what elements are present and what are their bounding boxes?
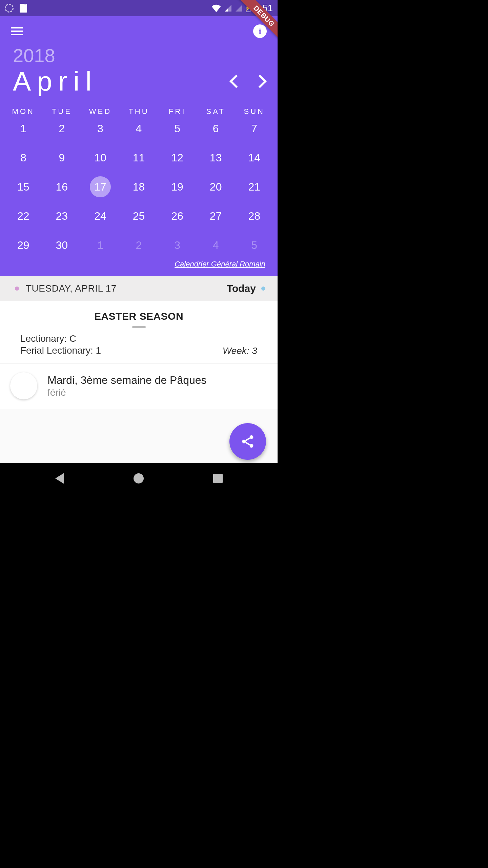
month-row: April xyxy=(0,65,278,100)
today-dot-icon xyxy=(261,287,265,291)
day-cell[interactable]: 7 xyxy=(235,119,273,138)
month-nav xyxy=(231,77,265,86)
season-title: EASTER SEASON xyxy=(0,311,278,322)
weekday-mon: MON xyxy=(4,107,43,116)
prev-month-button[interactable] xyxy=(229,75,243,88)
wifi-icon xyxy=(211,4,221,12)
signal-empty-icon xyxy=(235,4,243,12)
day-cell[interactable]: 25 xyxy=(120,206,158,226)
weekday-wed: WED xyxy=(81,107,120,116)
lectionary-row: Lectionary: C Ferial Lectionary: 1 Week:… xyxy=(0,331,278,363)
calendar-header: i 2018 April MONTUEWEDTHUFRISATSUN 12345… xyxy=(0,16,278,276)
day-cell[interactable]: 9 xyxy=(43,148,81,167)
toolbar: i xyxy=(0,16,278,46)
event-text: Mardi, 3ème semaine de Pâques férié xyxy=(47,374,207,398)
month-label: April xyxy=(13,65,98,98)
home-button[interactable] xyxy=(134,473,144,484)
selected-date-label: TUESDAY, APRIL 17 xyxy=(26,283,117,294)
calendar-link-row: Calendrier Général Romain xyxy=(0,258,278,272)
day-cell[interactable]: 1 xyxy=(81,235,120,255)
signal-half-icon xyxy=(224,4,232,12)
day-cell[interactable]: 6 xyxy=(197,119,235,138)
day-cell[interactable]: 4 xyxy=(120,119,158,138)
weekday-fri: FRI xyxy=(158,107,197,116)
lectionary-label: Lectionary: C xyxy=(20,333,101,344)
svg-point-0 xyxy=(250,435,253,439)
day-cell[interactable]: 28 xyxy=(235,206,273,226)
event-title: Mardi, 3ème semaine de Pâques xyxy=(47,374,207,387)
menu-icon[interactable] xyxy=(11,27,23,35)
today-button[interactable]: Today xyxy=(227,283,265,294)
status-left xyxy=(5,4,27,13)
selected-dot-icon xyxy=(15,287,19,291)
day-cell[interactable]: 30 xyxy=(43,235,81,255)
day-cell[interactable]: 11 xyxy=(120,148,158,167)
day-cell[interactable]: 27 xyxy=(197,206,235,226)
calendar-source-link[interactable]: Calendrier Général Romain xyxy=(175,260,265,268)
day-cell[interactable]: 26 xyxy=(158,206,197,226)
content: EASTER SEASON Lectionary: C Ferial Lecti… xyxy=(0,301,278,410)
day-cell[interactable]: 20 xyxy=(197,177,235,197)
day-cell[interactable]: 17 xyxy=(81,177,120,197)
day-cell[interactable]: 18 xyxy=(120,177,158,197)
day-cell[interactable]: 4 xyxy=(197,235,235,255)
date-bar-left: TUESDAY, APRIL 17 xyxy=(15,283,117,294)
day-cell[interactable]: 29 xyxy=(4,235,43,255)
lectionary-info: Lectionary: C Ferial Lectionary: 1 xyxy=(20,333,101,356)
event-item[interactable]: Mardi, 3ème semaine de Pâques férié xyxy=(0,363,278,410)
share-icon xyxy=(240,434,255,449)
info-button[interactable]: i xyxy=(253,24,267,38)
weekday-sun: SUN xyxy=(235,107,273,116)
sd-card-icon xyxy=(20,4,27,13)
day-cell[interactable]: 2 xyxy=(120,235,158,255)
today-label: Today xyxy=(227,283,256,294)
event-avatar-icon xyxy=(10,372,37,399)
share-fab[interactable] xyxy=(229,423,266,460)
recent-apps-button[interactable] xyxy=(213,474,223,483)
spinner-icon xyxy=(5,4,14,13)
day-cell[interactable]: 19 xyxy=(158,177,197,197)
day-cell[interactable]: 2 xyxy=(43,119,81,138)
day-cell[interactable]: 13 xyxy=(197,148,235,167)
day-grid: 1234567891011121314151617181920212223242… xyxy=(0,119,278,258)
season-header: EASTER SEASON xyxy=(0,301,278,331)
day-cell[interactable]: 5 xyxy=(158,119,197,138)
event-subtitle: férié xyxy=(47,387,207,398)
day-cell[interactable]: 3 xyxy=(158,235,197,255)
svg-point-1 xyxy=(242,440,246,443)
day-cell[interactable]: 12 xyxy=(158,148,197,167)
android-navbar xyxy=(0,463,278,494)
day-cell[interactable]: 22 xyxy=(4,206,43,226)
day-cell[interactable]: 14 xyxy=(235,148,273,167)
ferial-label: Ferial Lectionary: 1 xyxy=(20,344,101,356)
back-button[interactable] xyxy=(55,473,64,484)
day-cell[interactable]: 21 xyxy=(235,177,273,197)
screen: ⚡ 4:51 DEBUG i 2018 April MONTUEWEDTHUFR… xyxy=(0,0,278,494)
divider xyxy=(132,326,146,328)
weekday-header: MONTUEWEDTHUFRISATSUN xyxy=(0,100,278,119)
year-label: 2018 xyxy=(0,46,278,65)
day-cell[interactable]: 1 xyxy=(4,119,43,138)
day-cell[interactable]: 15 xyxy=(4,177,43,197)
selected-date-bar: TUESDAY, APRIL 17 Today xyxy=(0,276,278,301)
day-cell[interactable]: 23 xyxy=(43,206,81,226)
week-label: Week: 3 xyxy=(223,346,257,356)
weekday-sat: SAT xyxy=(197,107,235,116)
svg-point-2 xyxy=(250,444,253,448)
day-cell[interactable]: 5 xyxy=(235,235,273,255)
day-cell[interactable]: 16 xyxy=(43,177,81,197)
weekday-tue: TUE xyxy=(43,107,81,116)
day-cell[interactable]: 10 xyxy=(81,148,120,167)
day-cell[interactable]: 3 xyxy=(81,119,120,138)
day-cell[interactable]: 24 xyxy=(81,206,120,226)
day-cell[interactable]: 8 xyxy=(4,148,43,167)
next-month-button[interactable] xyxy=(253,75,267,88)
weekday-thu: THU xyxy=(120,107,158,116)
status-bar: ⚡ 4:51 xyxy=(0,0,278,16)
